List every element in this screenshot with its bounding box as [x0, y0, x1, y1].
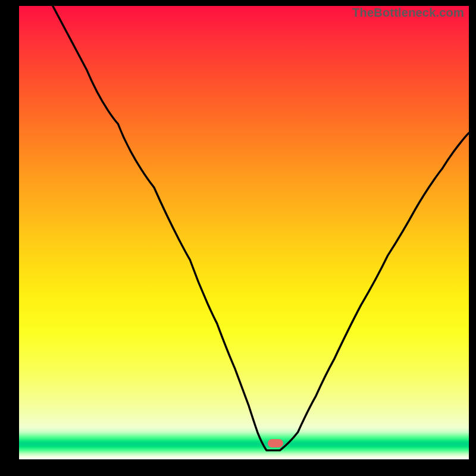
plot-area: TheBottleneck.com [19, 6, 469, 459]
chart-frame: TheBottleneck.com [0, 0, 476, 476]
bottleneck-curve [53, 6, 469, 450]
watermark-text: TheBottleneck.com [352, 6, 464, 20]
curve-svg [19, 6, 469, 459]
optimal-marker [268, 439, 283, 447]
